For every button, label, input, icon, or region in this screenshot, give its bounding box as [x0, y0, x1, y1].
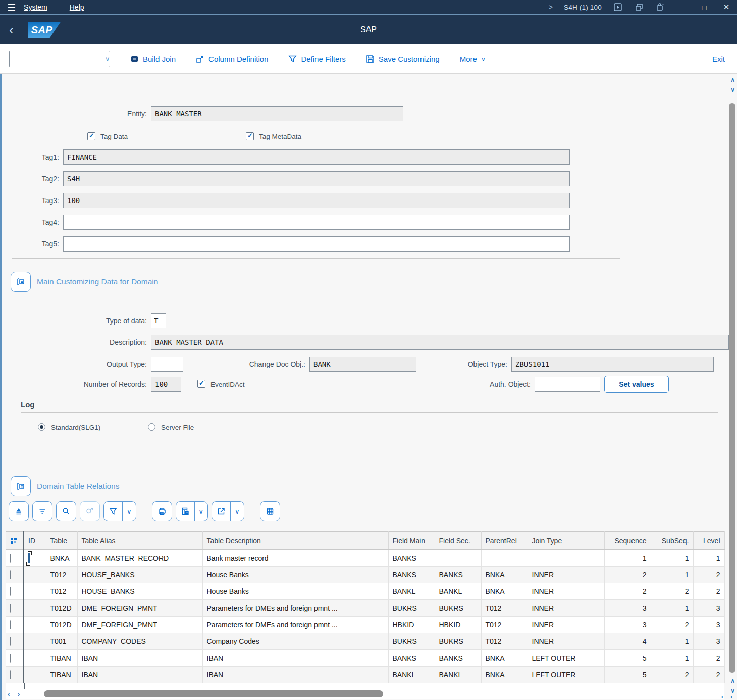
scroll-left-right-icon[interactable]: ‹ › [721, 693, 735, 700]
chevron-down-icon[interactable]: ∨ [231, 508, 244, 515]
horizontal-scrollbar-thumb[interactable] [44, 690, 383, 697]
chevron-down-icon[interactable]: ∨ [123, 508, 136, 515]
table-row[interactable]: T001 COMPANY_CODES Company Codes BUKRS B… [6, 633, 724, 650]
system-status: S4H (1) 100 [564, 4, 602, 11]
close-button[interactable]: ✕ [721, 3, 732, 12]
tag-metadata-checkbox[interactable] [246, 132, 254, 140]
save-icon [366, 55, 375, 63]
scroll-up-icon[interactable]: ∧ [730, 77, 735, 83]
menu-system[interactable]: System [24, 3, 47, 11]
selected-cell[interactable] [24, 550, 46, 567]
print-button[interactable] [152, 501, 172, 521]
shortcut-icon[interactable] [655, 2, 665, 12]
change-doc-field[interactable] [309, 357, 416, 372]
tag-data-checkbox[interactable] [87, 132, 95, 140]
col-sequence[interactable]: Sequence [604, 532, 651, 550]
spreadsheet-icon[interactable] [176, 502, 194, 521]
open-object-icon[interactable] [212, 502, 230, 521]
table-row[interactable]: BNKA BANK_MASTER_RECORD Bank master reco… [6, 550, 724, 567]
scroll-left-right-icon[interactable]: ‹ › [6, 690, 30, 698]
app-toolbar: ∨ Build Join Column Definition Define Fi… [0, 44, 737, 74]
vertical-scrollbar-thumb[interactable] [729, 103, 735, 673]
log-standard-radio[interactable] [38, 423, 45, 431]
auth-object-field[interactable] [535, 377, 600, 392]
tag3-field[interactable] [63, 193, 570, 208]
define-filters-button[interactable]: Define Filters [288, 55, 345, 63]
row-checkbox[interactable] [10, 554, 11, 563]
tag-data-label: Tag Data [100, 133, 128, 140]
table-row[interactable]: T012 HOUSE_BANKS House Banks BANKL BANKL… [6, 583, 724, 600]
log-serverfile-radio[interactable] [148, 423, 155, 431]
vertical-scrollbar[interactable]: ∧ ∨ ∧ ∨ [728, 76, 736, 698]
output-type-field[interactable] [151, 357, 183, 372]
object-type-field[interactable] [511, 357, 714, 372]
hamburger-icon[interactable]: ☰ [7, 2, 16, 13]
scripting-icon[interactable] [613, 2, 623, 12]
row-checkbox[interactable] [10, 570, 11, 579]
tag5-field[interactable] [63, 236, 570, 252]
set-values-button[interactable]: Set values [604, 376, 669, 393]
table-row[interactable]: T012D DME_FOREIGN_PMNT Parameters for DM… [6, 600, 724, 617]
sort-ascending-button[interactable] [9, 501, 29, 521]
col-table-alias[interactable]: Table Alias [77, 532, 202, 550]
col-field-main[interactable]: Field Main [388, 532, 435, 550]
table-row[interactable]: TIBAN IBAN IBAN BANKS BANKS BNKA LEFT OU… [6, 650, 724, 667]
description-field[interactable] [151, 335, 729, 350]
row-checkbox[interactable] [10, 654, 11, 663]
save-customizing-button[interactable]: Save Customizing [366, 55, 440, 63]
filter-icon[interactable] [104, 502, 122, 521]
column-definition-button[interactable]: Column Definition [196, 55, 268, 63]
tag2-field[interactable] [63, 171, 570, 186]
col-table-description[interactable]: Table Description [202, 532, 388, 550]
overflow-chevron-icon[interactable]: > [549, 3, 553, 11]
eventidact-checkbox[interactable] [197, 380, 205, 388]
scroll-up-icon[interactable]: ∧ [730, 678, 735, 684]
col-level[interactable]: Level [693, 532, 724, 550]
row-checkbox[interactable] [10, 587, 11, 596]
more-button[interactable]: More ∨ [460, 55, 486, 63]
row-checkbox[interactable] [10, 637, 11, 646]
export-spreadsheet-button[interactable]: ∨ [176, 501, 208, 521]
menu-help[interactable]: Help [70, 3, 84, 11]
row-checkbox[interactable] [10, 670, 11, 679]
col-subseq[interactable]: SubSeq. [651, 532, 693, 550]
find-button[interactable] [56, 501, 76, 521]
table-row[interactable]: T012D DME_FOREIGN_PMNT Parameters for DM… [6, 617, 724, 633]
command-combobox[interactable]: ∨ [9, 51, 110, 67]
sort-descending-button[interactable] [32, 501, 52, 521]
sap-window: ☰ System Help > S4H (1) 100 _ □ ✕ ‹ SAP … [0, 0, 737, 700]
table-settings-button[interactable] [260, 501, 280, 521]
command-input[interactable] [10, 51, 101, 67]
find-next-button[interactable] [80, 501, 100, 521]
num-records-label: Number of Records: [52, 377, 147, 392]
table-row[interactable]: T012 HOUSE_BANKS House Banks BANKS BANKS… [6, 567, 724, 583]
col-id[interactable]: ID [24, 532, 46, 550]
entity-field[interactable] [151, 106, 403, 121]
row-checkbox[interactable] [10, 604, 11, 613]
col-table[interactable]: Table [46, 532, 77, 550]
tag1-field[interactable] [63, 149, 570, 165]
scroll-down-icon[interactable]: ∨ [730, 87, 735, 93]
chevron-down-icon[interactable]: ∨ [101, 55, 114, 63]
exit-button[interactable]: Exit [712, 55, 725, 63]
build-join-button[interactable]: Build Join [130, 55, 176, 63]
tag4-field[interactable] [63, 215, 570, 230]
chevron-down-icon[interactable]: ∨ [195, 508, 208, 515]
maximize-button[interactable]: □ [699, 3, 710, 12]
col-join-type[interactable]: Join Type [528, 532, 604, 550]
horizontal-scrollbar[interactable]: ‹ › [6, 689, 724, 699]
select-all-button[interactable] [6, 532, 24, 550]
set-filter-button[interactable]: ∨ [103, 501, 136, 521]
col-field-sec[interactable]: Field Sec. [435, 532, 481, 550]
num-records-field[interactable] [151, 377, 181, 392]
minimize-button[interactable]: _ [676, 3, 688, 12]
col-parentrel[interactable]: ParentRel [481, 532, 528, 550]
new-session-icon[interactable] [634, 2, 644, 12]
row-checkbox[interactable] [10, 620, 11, 629]
table-row[interactable]: TIBAN IBAN IBAN BANKL BANKL BNKA LEFT OU… [6, 667, 724, 683]
auth-object-label: Auth. Object: [456, 377, 531, 392]
subscreen-icon[interactable] [11, 272, 31, 292]
views-button[interactable]: ∨ [212, 501, 244, 521]
type-of-data-field[interactable] [151, 313, 166, 328]
subscreen-icon[interactable] [11, 476, 31, 496]
